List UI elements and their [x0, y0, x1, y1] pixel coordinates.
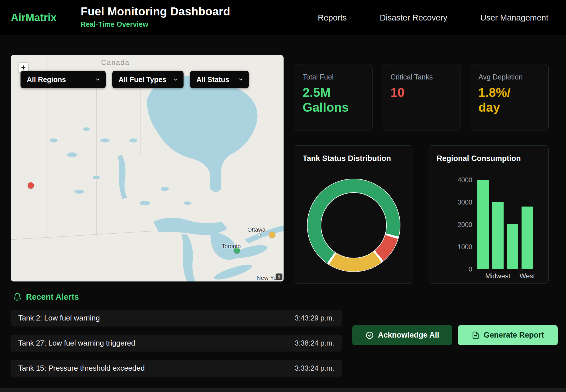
bar-1: [492, 202, 504, 269]
regions-filter-dropdown[interactable]: All Regions: [21, 71, 106, 88]
regions-filter-label: All Regions: [27, 75, 66, 84]
bar-ytick: 2000: [439, 221, 472, 229]
page-title: Fuel Monitoring Dashboard: [81, 5, 230, 18]
map-label-ottawa: Ottawa: [247, 226, 265, 233]
avg-depletion-label: Avg Depletion: [479, 73, 540, 81]
acknowledge-all-label: Acknowledge All: [378, 331, 439, 340]
critical-tanks-value: 10: [390, 85, 452, 100]
fuel-types-filter-dropdown[interactable]: All Fuel Types: [112, 71, 184, 88]
alert-message: Tank 27: Low fuel warning triggered: [18, 339, 135, 348]
generate-report-label: Generate Report: [484, 331, 544, 340]
generate-report-button[interactable]: Generate Report: [458, 325, 558, 345]
nav-reports[interactable]: Reports: [318, 13, 347, 23]
fuel-monitoring-dashboard: AirMatrix Fuel Monitoring Dashboard Real…: [0, 0, 566, 392]
alert-time: 3:43:29 p.m.: [295, 314, 334, 322]
main-nav: Reports Disaster Recovery User Managemen…: [318, 0, 548, 35]
nav-disaster-recovery[interactable]: Disaster Recovery: [380, 13, 447, 23]
bar-2: [507, 224, 518, 269]
bar-3: [522, 207, 533, 269]
map-label-toronto: Toronto: [222, 243, 241, 250]
tank-map[interactable]: Canada + All Regions All Fuel Types All …: [11, 55, 284, 281]
resize-handle-icon[interactable]: ⣿: [276, 273, 282, 280]
bar-0: [477, 180, 489, 269]
footer-strip: [0, 388, 566, 392]
page-subtitle: Real-Time Overview: [81, 20, 230, 28]
alerts-title: Recent Alerts: [26, 292, 79, 302]
avg-depletion-card: Avg Depletion 1.8%/ day: [470, 64, 549, 130]
status-filter-label: All Status: [196, 75, 229, 84]
alert-message: Tank 15: Pressure threshold exceeded: [18, 364, 145, 373]
donut-hole: [321, 193, 386, 258]
alerts-header: Recent Alerts: [13, 292, 79, 302]
chevron-down-icon: [173, 77, 178, 82]
bar-ytick: 3000: [439, 199, 472, 206]
document-icon: [472, 331, 480, 339]
brand-logo[interactable]: AirMatrix: [11, 0, 56, 35]
bar-plot: [475, 180, 540, 269]
alert-row[interactable]: Tank 15: Pressure threshold exceeded 3:3…: [11, 360, 342, 377]
alert-message: Tank 2: Low fuel warning: [18, 314, 100, 322]
tank-status-title: Tank Status Distribution: [294, 146, 413, 163]
regional-consumption-title: Regional Consumption: [428, 146, 548, 163]
header: AirMatrix Fuel Monitoring Dashboard Real…: [0, 0, 566, 35]
bell-icon: [13, 293, 22, 302]
basemap-graphic: [11, 55, 284, 281]
total-fuel-label: Total Fuel: [303, 73, 364, 81]
alert-time: 3:33:24 p.m.: [295, 364, 334, 372]
chevron-down-icon: [238, 77, 244, 82]
tank-status-donut-chart: [308, 179, 400, 271]
bar-yticks: 01000200030004000: [439, 180, 472, 269]
nav-user-management[interactable]: User Management: [480, 13, 548, 23]
alert-row[interactable]: Tank 27: Low fuel warning triggered 3:38…: [11, 335, 342, 352]
stats-row: Total Fuel 2.5M Gallons Critical Tanks 1…: [294, 64, 549, 130]
bar-xlabel: Midwest: [485, 272, 510, 280]
bar-xlabel: West: [520, 272, 535, 280]
tank-marker-critical[interactable]: [28, 182, 34, 189]
status-filter-dropdown[interactable]: All Status: [190, 71, 249, 88]
bar-ytick: 1000: [439, 243, 472, 251]
total-fuel-value: 2.5M Gallons: [303, 85, 364, 115]
title-block: Fuel Monitoring Dashboard Real-Time Over…: [81, 5, 230, 28]
tank-status-card: Tank Status Distribution: [294, 145, 413, 284]
alert-row[interactable]: Tank 2: Low fuel warning 3:43:29 p.m.: [11, 310, 342, 326]
map-filter-bar: All Regions All Fuel Types All Status: [21, 71, 249, 88]
chevron-down-icon: [95, 77, 101, 82]
fuel-types-filter-label: All Fuel Types: [119, 75, 166, 84]
bar-ytick: 4000: [439, 176, 472, 184]
tank-marker-warning[interactable]: [269, 232, 275, 238]
acknowledge-all-button[interactable]: Acknowledge All: [352, 325, 452, 345]
bar-ytick: 0: [439, 266, 472, 273]
alert-time: 3:38:24 p.m.: [295, 339, 334, 347]
avg-depletion-value: 1.8%/ day: [479, 85, 540, 115]
check-circle-icon: [365, 331, 374, 340]
bar-xlabels: MidwestWest: [475, 272, 540, 281]
regional-consumption-card: Regional Consumption 01000200030004000 M…: [428, 145, 549, 284]
critical-tanks-card: Critical Tanks 10: [382, 64, 461, 130]
total-fuel-card: Total Fuel 2.5M Gallons: [294, 64, 373, 130]
town-dot-icon: [258, 233, 261, 236]
map-label-country: Canada: [101, 58, 130, 67]
critical-tanks-label: Critical Tanks: [390, 73, 452, 81]
